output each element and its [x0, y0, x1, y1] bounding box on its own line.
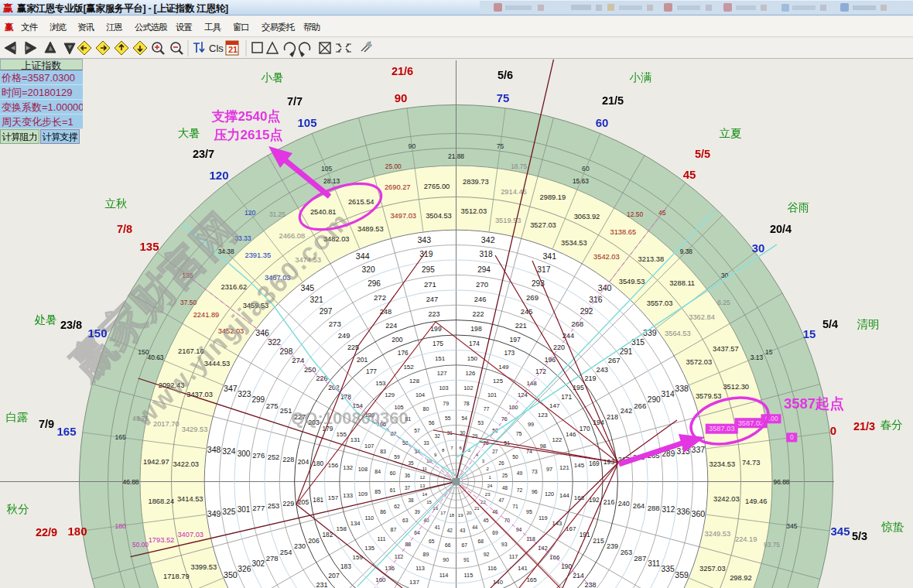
svg-text:195: 195 — [573, 384, 584, 391]
svg-text:165: 165 — [526, 576, 537, 583]
svg-text:249: 249 — [338, 332, 350, 340]
svg-text:120: 120 — [209, 169, 228, 182]
svg-text:296: 296 — [368, 279, 381, 288]
svg-text:263: 263 — [621, 549, 633, 556]
svg-text:140: 140 — [493, 579, 503, 586]
svg-text:275: 275 — [266, 402, 279, 410]
svg-text:39: 39 — [415, 509, 421, 514]
svg-text:127: 127 — [437, 370, 447, 377]
svg-text:323: 323 — [238, 390, 251, 398]
svg-text:151: 151 — [435, 355, 446, 362]
svg-text:3542.03: 3542.03 — [593, 253, 620, 261]
svg-text:37: 37 — [405, 485, 411, 491]
svg-text:311: 311 — [648, 559, 660, 568]
svg-text:204: 204 — [298, 458, 309, 466]
svg-text:293: 293 — [532, 279, 545, 288]
svg-text:18: 18 — [449, 513, 454, 518]
svg-text:137: 137 — [409, 579, 419, 586]
svg-text:99: 99 — [528, 421, 534, 428]
svg-text:119: 119 — [539, 514, 548, 521]
svg-text:2989.19: 2989.19 — [540, 193, 566, 201]
svg-text:5/6: 5/6 — [498, 69, 513, 81]
svg-text:221: 221 — [515, 322, 527, 330]
svg-text:3213.38: 3213.38 — [638, 255, 665, 263]
svg-text:198: 198 — [470, 325, 482, 333]
svg-text:177: 177 — [366, 368, 377, 375]
svg-text:181: 181 — [313, 496, 323, 504]
svg-text:295: 295 — [422, 265, 435, 274]
svg-text:114: 114 — [439, 572, 449, 579]
svg-text:6.25: 6.25 — [717, 299, 730, 306]
svg-text:254: 254 — [280, 549, 292, 556]
svg-text:21.88: 21.88 — [448, 152, 464, 160]
svg-text:122: 122 — [552, 436, 562, 443]
svg-text:180: 180 — [67, 525, 87, 538]
svg-text:302: 302 — [251, 559, 265, 568]
svg-text:2615.54: 2615.54 — [348, 198, 374, 206]
svg-text:处暑: 处暑 — [35, 313, 57, 326]
svg-text:11: 11 — [422, 467, 428, 471]
svg-text:50: 50 — [512, 454, 518, 460]
svg-text:360: 360 — [692, 509, 706, 518]
svg-text:3362.84: 3362.84 — [689, 313, 715, 321]
svg-text:77: 77 — [484, 406, 490, 412]
svg-text:3512.30: 3512.30 — [723, 383, 749, 391]
svg-text:20/4: 20/4 — [770, 223, 792, 235]
svg-text:2690.27: 2690.27 — [385, 183, 411, 191]
svg-text:3579.53: 3579.53 — [696, 392, 722, 400]
svg-text:165: 165 — [115, 433, 127, 441]
svg-text:立夏: 立夏 — [720, 127, 743, 139]
svg-text:63: 63 — [402, 518, 409, 523]
svg-text:支撑2540点: 支撑2540点 — [211, 109, 281, 124]
svg-text:301: 301 — [238, 505, 251, 514]
svg-text:42: 42 — [447, 528, 453, 533]
svg-text:133: 133 — [343, 492, 353, 499]
svg-text:144: 144 — [559, 492, 570, 499]
svg-text:170: 170 — [580, 425, 590, 432]
svg-text:秋分: 秋分 — [7, 503, 30, 515]
svg-text:269: 269 — [526, 293, 539, 302]
svg-text:3504.53: 3504.53 — [426, 212, 452, 220]
svg-text:251: 251 — [280, 407, 292, 415]
svg-text:7/7: 7/7 — [287, 95, 303, 108]
svg-text:3489.53: 3489.53 — [357, 225, 384, 233]
svg-text:84: 84 — [374, 469, 381, 474]
svg-text:150: 150 — [138, 348, 149, 356]
svg-text:159: 159 — [353, 554, 364, 561]
svg-text:69: 69 — [492, 530, 498, 535]
svg-text:149.46: 149.46 — [745, 497, 767, 505]
svg-text:278: 278 — [266, 554, 279, 562]
svg-text:141: 141 — [518, 565, 528, 572]
svg-text:230: 230 — [294, 542, 306, 550]
svg-text:109: 109 — [358, 491, 368, 497]
svg-text:299: 299 — [251, 395, 265, 404]
svg-text:288: 288 — [648, 504, 660, 512]
svg-text:7/8: 7/8 — [117, 223, 132, 235]
svg-text:31.25: 31.25 — [269, 210, 286, 218]
svg-text:206: 206 — [308, 537, 320, 545]
svg-text:294: 294 — [477, 265, 491, 274]
svg-text:312: 312 — [662, 505, 675, 514]
svg-text:35: 35 — [408, 460, 414, 466]
svg-text:240: 240 — [618, 500, 630, 508]
svg-text:33: 33 — [423, 440, 429, 446]
svg-text:200: 200 — [392, 336, 403, 344]
svg-text:317: 317 — [537, 265, 550, 274]
svg-text:12: 12 — [420, 475, 426, 480]
svg-text:21: 21 — [474, 506, 480, 511]
svg-text:41: 41 — [435, 525, 441, 530]
svg-text:108: 108 — [358, 466, 368, 473]
svg-text:342: 342 — [481, 235, 495, 244]
svg-text:153: 153 — [375, 380, 386, 387]
svg-text:120: 120 — [244, 209, 256, 217]
svg-text:3063.92: 3063.92 — [574, 213, 600, 220]
svg-text:3437.03: 3437.03 — [186, 391, 213, 398]
svg-text:149: 149 — [498, 364, 509, 371]
svg-text:110: 110 — [364, 514, 374, 521]
svg-text:147: 147 — [549, 402, 560, 409]
svg-text:314: 314 — [662, 390, 675, 398]
svg-text:343: 343 — [417, 235, 431, 244]
svg-text:白露: 白露 — [6, 411, 29, 423]
svg-text:2391.35: 2391.35 — [244, 251, 271, 259]
svg-text:1718.79: 1718.79 — [163, 573, 190, 580]
